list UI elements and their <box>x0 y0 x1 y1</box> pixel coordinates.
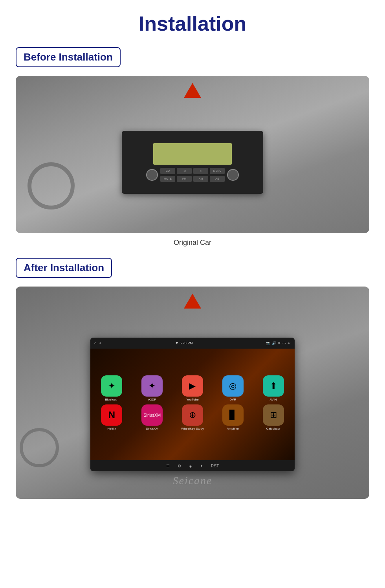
after-installation-badge: After Installation <box>16 258 112 278</box>
radio-btn-row-2: MUTE FM AM AS <box>160 176 225 182</box>
volume-icon[interactable]: 🔊 <box>272 341 276 345</box>
app-a2dp[interactable]: ✦ A2DP <box>134 375 170 401</box>
bluetooth-icon: ✦ <box>101 375 122 397</box>
bottom-icon-4[interactable]: ✦ <box>200 464 203 468</box>
youtube-icon: ▶ <box>182 375 203 397</box>
hazard-triangle <box>184 83 201 98</box>
after-installation-image: ⌂ ✦ ▼ 5:28 PM 📷 🔊 ✕ ▭ ↩ ✦ Bluetooth <box>16 287 369 499</box>
app-grid-row2: N Netflix SiriusXM SiriusXM ⊕ Wheelkey S… <box>94 404 292 430</box>
radio-screen <box>153 143 232 165</box>
android-home-screen: ✦ Bluetooth ✦ A2DP ▶ YouTube ◎ DVR ⬆ A <box>90 349 295 460</box>
app-amplifier[interactable]: ▊ Amplifier <box>214 404 251 430</box>
status-right-icons: 📷 🔊 ✕ ▭ ↩ <box>266 341 291 345</box>
back-icon[interactable]: ↩ <box>288 341 291 345</box>
bottom-icon-5[interactable]: RST <box>211 464 219 468</box>
app-bluetooth[interactable]: ✦ Bluetooth <box>94 375 130 401</box>
steering-wheel-after <box>20 428 59 467</box>
siriusxm-icon: SiriusXM <box>141 404 163 426</box>
a2dp-icon: ✦ <box>141 375 163 397</box>
bottom-icon-2[interactable]: ⚙ <box>178 464 181 468</box>
before-caption: Original Car <box>16 239 369 247</box>
bottom-icon-3[interactable]: ◈ <box>189 464 192 468</box>
before-installation-image: CD ◁ ▷ MENU MUTE FM AM AS <box>16 76 369 233</box>
wheelkey-icon: ⊕ <box>182 404 203 426</box>
avin-icon: ⬆ <box>263 375 284 397</box>
android-head-unit: ⌂ ✦ ▼ 5:28 PM 📷 🔊 ✕ ▭ ↩ ✦ Bluetooth <box>90 338 295 471</box>
app-calculator[interactable]: ⊞ Calculator <box>255 404 292 430</box>
status-left-icons: ⌂ ✦ <box>94 341 102 345</box>
old-radio-unit: CD ◁ ▷ MENU MUTE FM AM AS <box>122 131 263 194</box>
wifi-icon: ✦ <box>99 341 102 345</box>
window-icon[interactable]: ▭ <box>282 341 286 345</box>
radio-buttons: CD ◁ ▷ MENU MUTE FM AM AS <box>146 168 239 182</box>
app-siriusxm[interactable]: SiriusXM SiriusXM <box>134 404 170 430</box>
before-installation-badge: Before Installation <box>16 47 121 67</box>
page-title: Installation <box>16 8 369 35</box>
steering-wheel <box>28 162 75 209</box>
hazard-triangle-after <box>184 294 201 309</box>
app-grid-row1: ✦ Bluetooth ✦ A2DP ▶ YouTube ◎ DVR ⬆ A <box>94 375 292 401</box>
app-dvr[interactable]: ◎ DVR <box>214 375 251 401</box>
status-time: ▼ 5:28 PM <box>175 341 193 345</box>
dvr-icon: ◎ <box>222 375 244 397</box>
status-bar: ⌂ ✦ ▼ 5:28 PM 📷 🔊 ✕ ▭ ↩ <box>90 338 295 349</box>
seicane-brand: Seicane <box>172 474 212 487</box>
amplifier-icon: ▊ <box>222 404 244 426</box>
close-icon[interactable]: ✕ <box>278 341 281 345</box>
bottom-icon-1[interactable]: ☰ <box>166 464 170 468</box>
app-wheelkey[interactable]: ⊕ Wheelkey Study <box>174 404 211 430</box>
home-icon[interactable]: ⌂ <box>94 341 96 345</box>
camera-status-icon: 📷 <box>266 341 270 345</box>
radio-knob-left <box>146 169 158 181</box>
app-avin[interactable]: ⬆ AVIN <box>255 375 292 401</box>
app-youtube[interactable]: ▶ YouTube <box>174 375 211 401</box>
calculator-icon: ⊞ <box>263 404 284 426</box>
android-bottom-nav: ☰ ⚙ ◈ ✦ RST <box>90 460 295 471</box>
app-netflix[interactable]: N Netflix <box>94 404 130 430</box>
radio-knob-right <box>227 169 239 181</box>
netflix-icon: N <box>101 404 122 426</box>
radio-btn-row-1: CD ◁ ▷ MENU <box>160 168 225 174</box>
